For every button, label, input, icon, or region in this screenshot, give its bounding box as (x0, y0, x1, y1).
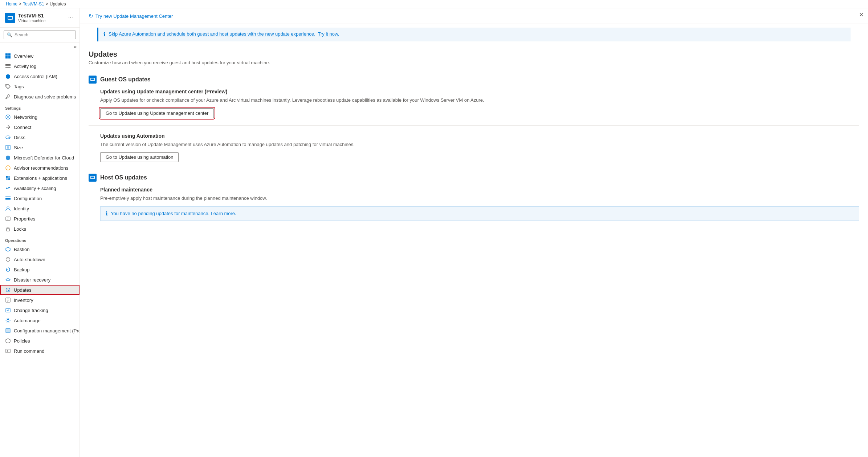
sidebar-item-locks[interactable]: Locks (0, 224, 80, 234)
info-banner-link[interactable]: Skip Azure Automation and schedule both … (109, 31, 315, 37)
go-to-updates-automation-button[interactable]: Go to Updates using automation (100, 152, 179, 162)
availability-icon (5, 185, 11, 191)
sidebar-item-label: Properties (14, 216, 35, 222)
sidebar-item-extensions[interactable]: Extensions + applications (0, 173, 80, 183)
sidebar-item-auto-shutdown[interactable]: Auto-shutdown (0, 254, 80, 264)
sidebar-item-overview[interactable]: Overview (0, 51, 80, 61)
sidebar-item-label: Configuration management (Preview) (14, 328, 80, 333)
refresh-icon: ↻ (89, 13, 93, 19)
try-update-management-button[interactable]: ↻ Try new Update Management Center (89, 11, 173, 21)
sidebar-item-disaster-recovery[interactable]: Disaster recovery (0, 275, 80, 285)
sidebar-item-bastion[interactable]: Bastion (0, 244, 80, 254)
bastion-icon (5, 246, 11, 252)
sidebar-item-label: Bastion (14, 247, 29, 252)
sidebar-item-networking[interactable]: Networking (0, 112, 80, 122)
sidebar-item-change-tracking[interactable]: Change tracking (0, 305, 80, 315)
sidebar-item-automanage[interactable]: Automanage (0, 315, 80, 325)
sidebar: TestVM-S1 Virtual machine ··· 🔍 « Overvi… (0, 8, 80, 457)
main-content: ✕ ↻ Try new Update Management Center ℹ S… (80, 8, 868, 457)
sidebar-item-label: Diagnose and solve problems (14, 94, 76, 100)
sidebar-item-disks[interactable]: Disks (0, 132, 80, 142)
svg-rect-20 (8, 176, 10, 178)
breadcrumb-vm[interactable]: TestVM-S1 (23, 1, 44, 7)
close-button[interactable]: ✕ (859, 11, 864, 18)
sidebar-item-label: Run command (14, 348, 45, 354)
search-input[interactable] (15, 32, 73, 37)
sidebar-item-availability[interactable]: Availability + scaling (0, 183, 80, 193)
sidebar-item-properties[interactable]: Properties (0, 214, 80, 224)
sidebar-item-access-control[interactable]: Access control (IAM) (0, 71, 80, 81)
svg-rect-27 (6, 217, 10, 221)
svg-rect-1 (8, 17, 12, 19)
updates-using-automation-subsection: Updates using Automation The current ver… (100, 133, 859, 162)
breadcrumb-current: Updates (50, 1, 66, 7)
planned-maintenance-subsection: Planned maintenance Pre-emptively apply … (100, 187, 859, 221)
sidebar-item-backup[interactable]: Backup (0, 264, 80, 275)
update-management-center-subsection: Updates using Update management center (… (100, 89, 859, 118)
collapse-button[interactable]: « (0, 43, 80, 51)
sidebar-item-inventory[interactable]: Inventory (0, 295, 80, 305)
sidebar-more-button[interactable]: ··· (67, 14, 74, 22)
updates-automation-title: Updates using Automation (100, 133, 859, 139)
svg-point-12 (7, 116, 9, 118)
sidebar-header: TestVM-S1 Virtual machine ··· (0, 8, 80, 28)
svg-rect-6 (8, 56, 11, 58)
sidebar-item-connect[interactable]: Connect (0, 122, 80, 132)
sidebar-item-label: Updates (14, 287, 31, 293)
list-icon (5, 63, 11, 69)
sidebar-item-config-management[interactable]: Configuration management (Preview) (0, 325, 80, 336)
guest-os-updates-section: Guest OS updates Updates using Update ma… (89, 76, 859, 162)
no-pending-updates-link[interactable]: You have no pending updates for maintena… (111, 211, 236, 216)
svg-rect-24 (5, 198, 11, 199)
sidebar-vm-subtitle: Virtual machine (18, 19, 64, 23)
inventory-icon (5, 297, 11, 303)
update-management-center-title: Updates using Update management center (… (100, 89, 859, 94)
sidebar-item-advisor[interactable]: ! Advisor recommendations (0, 163, 80, 173)
sidebar-item-label: Automanage (14, 318, 41, 323)
sidebar-item-label: Connect (14, 125, 31, 130)
sidebar-title-area: TestVM-S1 Virtual machine (18, 13, 64, 23)
sidebar-item-size[interactable]: Size (0, 142, 80, 153)
svg-point-39 (6, 318, 10, 323)
svg-rect-23 (5, 197, 11, 197)
svg-rect-46 (91, 177, 94, 178)
sidebar-item-identity[interactable]: Identity (0, 203, 80, 214)
svg-text:!: ! (8, 166, 8, 170)
sidebar-item-label: Disaster recovery (14, 277, 50, 283)
operations-section-label: Operations (0, 234, 80, 244)
host-os-title: Host OS updates (100, 174, 147, 181)
sidebar-item-run-command[interactable]: Run command (0, 346, 80, 356)
svg-rect-30 (7, 228, 9, 231)
svg-rect-25 (5, 199, 11, 200)
search-input-wrapper[interactable]: 🔍 (4, 31, 76, 39)
sidebar-item-defender[interactable]: Microsoft Defender for Cloud (0, 153, 80, 163)
network-icon (5, 114, 11, 120)
host-os-updates-section: Host OS updates Planned maintenance Pre-… (89, 174, 859, 221)
update-management-center-desc: Apply OS updates for or check compliance… (100, 97, 859, 104)
backup-icon (5, 267, 11, 272)
svg-rect-9 (5, 67, 11, 68)
sidebar-item-label: Policies (14, 338, 30, 344)
sidebar-item-activity-log[interactable]: Activity log (0, 61, 80, 71)
go-to-update-management-center-button[interactable]: Go to Updates using Update management ce… (100, 108, 214, 118)
try-it-now-link[interactable]: Try it now. (318, 31, 339, 37)
wrench-icon (5, 94, 11, 100)
svg-rect-2 (9, 20, 11, 20)
svg-rect-40 (6, 328, 10, 333)
sidebar-item-policies[interactable]: Policies (0, 336, 80, 346)
host-os-section-header: Host OS updates (89, 174, 859, 182)
breadcrumb-home[interactable]: Home (6, 1, 17, 7)
sidebar-item-diagnose[interactable]: Diagnose and solve problems (0, 92, 80, 102)
no-updates-info-box: ℹ You have no pending updates for mainte… (100, 206, 859, 221)
svg-rect-44 (91, 78, 94, 80)
tag-icon (5, 84, 11, 89)
collapse-icon: « (74, 44, 77, 49)
sidebar-item-configuration[interactable]: Configuration (0, 193, 80, 203)
svg-rect-8 (5, 65, 11, 66)
guest-os-section-header: Guest OS updates (89, 76, 859, 84)
identity-icon (5, 206, 11, 211)
sidebar-item-updates[interactable]: Updates (0, 285, 80, 295)
shield-icon (5, 73, 11, 79)
sidebar-search-container: 🔍 (0, 28, 80, 43)
sidebar-item-tags[interactable]: Tags (0, 81, 80, 92)
